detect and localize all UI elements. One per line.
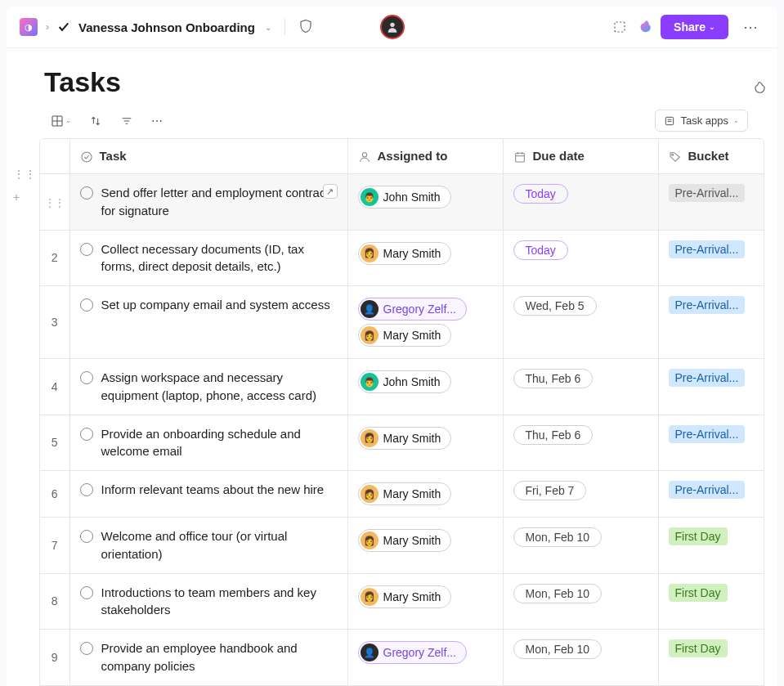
capture-icon[interactable] xyxy=(612,19,628,35)
due-cell[interactable]: Mon, Feb 10 xyxy=(503,518,658,574)
assignee-chip[interactable]: 👩Mary Smith xyxy=(358,242,452,265)
task-cell[interactable]: Collect necessary documents (ID, tax for… xyxy=(69,230,347,286)
assigned-cell[interactable]: 👩Mary Smith xyxy=(347,573,503,630)
due-date-pill[interactable]: Thu, Feb 6 xyxy=(513,369,594,388)
due-date-pill[interactable]: Wed, Feb 5 xyxy=(513,296,597,316)
bucket-cell[interactable]: Pre-Arrival... xyxy=(658,174,764,231)
assigned-cell[interactable]: 👩Mary Smith xyxy=(347,518,503,574)
bucket-tag[interactable]: Pre-Arrival... xyxy=(669,184,746,202)
task-cell[interactable]: Assign workspace and necessary equipment… xyxy=(69,359,347,415)
task-cell[interactable]: Set up company email and system access xyxy=(69,286,347,359)
due-cell[interactable]: Thu, Feb 6 xyxy=(503,415,658,471)
due-cell[interactable]: Mon, Feb 10 xyxy=(503,573,658,630)
assignee-chip[interactable]: 👤Gregory Zelf... xyxy=(358,641,467,664)
assigned-cell[interactable]: 👤Gregory Zelf... xyxy=(347,630,503,686)
add-row-icon[interactable]: + xyxy=(13,191,36,204)
due-date-pill[interactable]: Fri, Feb 7 xyxy=(513,481,587,500)
due-cell[interactable]: Thu, Feb 6 xyxy=(503,359,658,415)
copilot-side-icon[interactable] xyxy=(751,81,766,98)
task-cell[interactable]: Provide an onboarding schedule and welco… xyxy=(69,415,347,471)
bucket-cell[interactable]: Pre-Arrival... xyxy=(658,359,764,415)
assigned-cell[interactable]: 👨John Smith xyxy=(347,174,503,231)
bucket-cell[interactable]: First Day xyxy=(658,518,764,574)
assignee-chip[interactable]: 👩Mary Smith xyxy=(358,482,452,505)
task-cell[interactable]: Inform relevant teams about the new hire xyxy=(69,471,347,518)
task-complete-checkbox[interactable] xyxy=(80,483,93,496)
due-cell[interactable]: Today xyxy=(503,230,658,286)
due-cell[interactable]: Wed, Feb 5 xyxy=(503,286,658,359)
assigned-cell[interactable]: 👩Mary Smith xyxy=(347,415,503,471)
due-date-pill[interactable]: Mon, Feb 10 xyxy=(513,584,603,603)
bucket-tag[interactable]: Pre-Arrival... xyxy=(669,481,746,499)
task-cell[interactable]: Welcome and office tour (or virtual orie… xyxy=(69,518,347,574)
due-cell[interactable]: Today xyxy=(503,174,658,231)
task-complete-checkbox[interactable] xyxy=(80,371,93,384)
task-complete-checkbox[interactable] xyxy=(80,298,93,312)
assignee-chip[interactable]: 👨John Smith xyxy=(358,370,451,393)
assigned-cell[interactable]: 👤Gregory Zelf...👩Mary Smith xyxy=(347,286,503,359)
toolbar-more-icon[interactable]: ⋯ xyxy=(151,114,163,128)
table-row[interactable]: 9Provide an employee handbook and compan… xyxy=(40,630,764,686)
table-row[interactable]: 2Collect necessary documents (ID, tax fo… xyxy=(40,230,764,286)
bucket-tag[interactable]: Pre-Arrival... xyxy=(669,296,746,314)
drag-handle-icon[interactable]: ⋮⋮ xyxy=(13,168,36,181)
assigned-cell[interactable]: 👩Mary Smith xyxy=(347,230,503,286)
column-header-number[interactable] xyxy=(40,139,69,174)
user-avatar[interactable] xyxy=(380,15,405,39)
assignee-chip[interactable]: 👤Gregory Zelf... xyxy=(358,298,467,321)
assigned-cell[interactable]: 👨John Smith xyxy=(347,359,503,415)
assigned-cell[interactable]: 👩Mary Smith xyxy=(347,471,503,518)
task-cell[interactable]: Send offer letter and employment contrac… xyxy=(69,174,347,231)
table-row[interactable]: 7Welcome and office tour (or virtual ori… xyxy=(40,518,764,574)
due-date-pill[interactable]: Today xyxy=(513,184,568,204)
assignee-chip[interactable]: 👩Mary Smith xyxy=(358,585,452,608)
assignee-chip[interactable]: 👩Mary Smith xyxy=(358,529,452,552)
bucket-cell[interactable]: Pre-Arrival... xyxy=(658,286,764,359)
bucket-tag[interactable]: Pre-Arrival... xyxy=(669,369,746,387)
task-complete-checkbox[interactable] xyxy=(80,586,93,599)
task-complete-checkbox[interactable] xyxy=(80,243,93,256)
bucket-cell[interactable]: Pre-Arrival... xyxy=(658,415,764,471)
due-date-pill[interactable]: Thu, Feb 6 xyxy=(513,425,594,445)
assignee-chip[interactable]: 👩Mary Smith xyxy=(358,324,452,347)
drag-handle-icon[interactable]: ⋮⋮ xyxy=(45,197,65,208)
column-header-bucket[interactable]: Bucket xyxy=(658,139,764,174)
open-row-icon[interactable]: ↗ xyxy=(323,184,338,199)
bucket-cell[interactable]: First Day xyxy=(658,630,764,686)
filter-icon[interactable] xyxy=(120,114,133,128)
column-header-assigned[interactable]: Assigned to xyxy=(347,139,503,174)
bucket-tag[interactable]: Pre-Arrival... xyxy=(669,425,746,443)
due-date-pill[interactable]: Today xyxy=(513,240,568,260)
column-header-due[interactable]: Due date xyxy=(503,139,658,174)
app-icon[interactable]: ◑ xyxy=(20,18,38,36)
breadcrumb-dropdown-icon[interactable]: ⌄ xyxy=(265,23,271,32)
sort-icon[interactable] xyxy=(89,114,102,128)
shield-icon[interactable] xyxy=(298,19,313,36)
bucket-tag[interactable]: First Day xyxy=(669,584,728,602)
page-breadcrumb-title[interactable]: Vanessa Johnson Onboarding xyxy=(78,20,255,34)
view-grid-icon[interactable]: ⌄ xyxy=(51,114,71,128)
table-row[interactable]: 6Inform relevant teams about the new hir… xyxy=(40,471,764,518)
bucket-tag[interactable]: First Day xyxy=(669,639,728,657)
task-complete-checkbox[interactable] xyxy=(80,428,93,441)
assignee-chip[interactable]: 👩Mary Smith xyxy=(358,427,452,450)
assignee-chip[interactable]: 👨John Smith xyxy=(358,186,451,208)
share-button[interactable]: Share ⌄ xyxy=(661,15,728,39)
due-cell[interactable]: Mon, Feb 10 xyxy=(503,630,658,686)
column-header-task[interactable]: Task xyxy=(69,139,347,174)
task-complete-checkbox[interactable] xyxy=(80,186,93,200)
task-cell[interactable]: Introductions to team members and key st… xyxy=(69,573,347,630)
task-cell[interactable]: Provide an employee handbook and company… xyxy=(69,630,347,686)
table-row[interactable]: 8Introductions to team members and key s… xyxy=(40,573,764,630)
table-row[interactable]: 3Set up company email and system access👤… xyxy=(40,286,764,359)
table-row[interactable]: ⋮⋮Send offer letter and employment contr… xyxy=(40,174,764,231)
task-complete-checkbox[interactable] xyxy=(80,642,93,655)
bucket-cell[interactable]: Pre-Arrival... xyxy=(658,471,764,518)
copilot-icon[interactable] xyxy=(636,19,652,35)
due-date-pill[interactable]: Mon, Feb 10 xyxy=(513,639,603,659)
bucket-cell[interactable]: Pre-Arrival... xyxy=(658,230,764,286)
task-complete-checkbox[interactable] xyxy=(80,530,93,543)
bucket-tag[interactable]: First Day xyxy=(669,527,728,545)
bucket-cell[interactable]: First Day xyxy=(658,573,764,630)
task-apps-button[interactable]: Task apps ⌄ xyxy=(655,110,748,132)
